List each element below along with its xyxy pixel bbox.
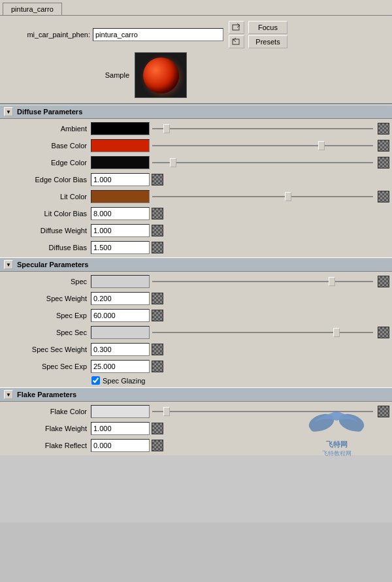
edge-color-bias-input[interactable] [91,173,150,186]
mi-input[interactable] [93,28,223,41]
spec-sec-weight-row: Spec Sec Weight [0,341,392,358]
edge-color-bias-checker-icon[interactable] [152,174,163,186]
spec-sec-weight-checker-icon[interactable] [152,344,163,355]
lit-color-bias-label: Lit Color Bias [3,210,91,218]
watermark-text1: 飞特网 [326,440,348,449]
ambient-label: Ambient [3,125,91,133]
base-color-checker-icon[interactable] [378,140,389,152]
specular-params: Spec Spec Weight Spec Exp Spec Sec [0,272,392,387]
flake-collapse-arrow[interactable]: ▼ [4,390,13,399]
edge-color-label: Edge Color [3,159,91,167]
mi-label: mi_car_paint_phen: [5,31,90,39]
spec-sec-weight-input[interactable] [91,343,150,356]
sample-area: Sample [44,52,387,98]
sample-sphere [143,57,179,93]
spec-glazing-row: Spec Glazing [0,375,392,386]
spec-sec-slider[interactable] [152,327,373,338]
spec-exp-input[interactable] [91,309,150,322]
sample-preview [135,52,187,98]
diffuse-collapse-arrow[interactable]: ▼ [4,107,13,116]
spec-slider[interactable] [152,276,373,287]
ambient-checker-icon[interactable] [378,123,389,135]
presets-button[interactable]: Presets [248,35,287,48]
flake-color-checker-icon[interactable] [378,406,389,417]
spec-glazing-label: Spec Glazing [103,377,145,385]
lit-color-row: Lit Color [0,188,392,205]
flake-weight-input[interactable] [91,422,150,435]
diffuse-weight-input[interactable] [91,224,150,237]
flake-weight-checker-icon[interactable] [152,423,163,434]
export-icon-btn[interactable] [229,35,244,48]
spec-sec-weight-label: Spec Sec Weight [3,346,91,353]
spec-sec-checker-icon[interactable] [378,327,389,338]
edge-color-bias-label: Edge Color Bias [3,176,91,184]
spec-sec-row: Spec Sec [0,324,392,341]
focus-button[interactable]: Focus [248,21,287,34]
diffuse-section-title: Diffuse Parameters [17,108,82,116]
spec-exp-checker-icon[interactable] [152,310,163,321]
flake-weight-label: Flake Weight [3,425,91,432]
flake-reflect-checker-icon[interactable] [152,440,163,451]
specular-section-header[interactable]: ▼ Specular Parameters [0,257,392,272]
flake-color-label: Flake Color [3,408,91,415]
ambient-row: Ambient [0,120,392,137]
lit-color-bias-row: Lit Color Bias [0,205,392,222]
flake-params: Flake Color Flake Weight Flake Reflect [0,402,392,455]
spec-sec-exp-checker-icon[interactable] [152,361,163,372]
spec-label: Spec [3,278,91,285]
diffuse-bias-label: Diffuse Bias [3,244,91,251]
base-color-swatch[interactable] [91,139,150,152]
flake-reflect-label: Flake Reflect [3,442,91,449]
top-section: mi_car_paint_phen: Focus Presets Sample [0,16,392,105]
spec-exp-label: Spec Exp [3,312,91,319]
spec-weight-label: Spec Weight [3,295,91,302]
specular-collapse-arrow[interactable]: ▼ [4,260,13,269]
spec-sec-exp-input[interactable] [91,360,150,373]
lit-color-checker-icon[interactable] [378,191,389,202]
base-color-slider[interactable] [152,140,373,151]
spec-sec-color-swatch[interactable] [91,326,150,339]
lit-color-bias-input[interactable] [91,207,150,220]
diffuse-weight-checker-icon[interactable] [152,225,163,236]
ambient-color-swatch[interactable] [91,122,150,135]
tab-pintura-carro[interactable]: pintura_carro [3,3,62,15]
tab-bar: pintura_carro [0,0,392,16]
ambient-slider[interactable] [152,123,373,134]
sample-label: Sample [44,71,129,79]
flake-section-header[interactable]: ▼ Flake Parameters [0,387,392,402]
spec-sec-exp-row: Spec Sec Exp [0,358,392,375]
diffuse-weight-row: Diffuse Weight [0,222,392,239]
edge-color-checker-icon[interactable] [378,157,389,169]
spec-checker-icon[interactable] [378,276,389,287]
spec-weight-checker-icon[interactable] [152,293,163,304]
watermark: 飞特网 飞特教程网 [301,402,372,461]
spec-glazing-checkbox[interactable] [91,376,100,385]
flake-section-title: Flake Parameters [17,391,76,398]
diffuse-bias-checker-icon[interactable] [152,242,163,253]
flake-color-swatch[interactable] [91,405,150,418]
watermark-text2: 飞特教程网 [322,449,351,458]
lit-color-swatch[interactable] [91,190,150,203]
spec-row: Spec [0,273,392,290]
edge-color-swatch[interactable] [91,156,150,169]
edge-color-bias-row: Edge Color Bias [0,171,392,188]
diffuse-section-header[interactable]: ▼ Diffuse Parameters [0,105,392,119]
mi-row: mi_car_paint_phen: Focus Presets [5,21,387,48]
spec-sec-exp-label: Spec Sec Exp [3,363,91,370]
base-color-label: Base Color [3,142,91,150]
lit-color-slider[interactable] [152,191,373,202]
spec-weight-input[interactable] [91,292,150,305]
main-area[interactable]: ▼ Diffuse Parameters Ambient Base Color [0,105,392,523]
svg-rect-0 [233,25,239,30]
flake-reflect-input[interactable] [91,439,150,452]
diffuse-bias-input[interactable] [91,241,150,254]
import-icon-btn[interactable] [229,21,244,34]
edge-color-slider[interactable] [152,157,373,168]
spec-color-swatch[interactable] [91,275,150,288]
lit-color-bias-checker-icon[interactable] [152,208,163,219]
diffuse-weight-label: Diffuse Weight [3,227,91,234]
lit-color-label: Lit Color [3,193,91,201]
diffuse-bias-row: Diffuse Bias [0,239,392,256]
specular-section-title: Specular Parameters [17,261,88,268]
base-color-row: Base Color [0,137,392,154]
